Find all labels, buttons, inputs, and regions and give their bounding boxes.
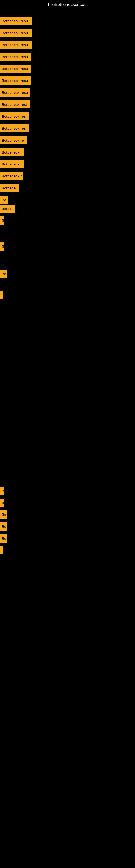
site-title: TheBottlenecker.com — [0, 0, 135, 9]
bottleneck-item-20[interactable]: Bo — [0, 270, 7, 278]
bottleneck-item-15[interactable]: Bottlene — [0, 184, 19, 192]
bottleneck-item-7[interactable]: Bottleneck resu — [0, 88, 30, 97]
bottleneck-item-19[interactable]: B — [0, 243, 4, 251]
bottleneck-item-21[interactable]: I — [0, 291, 3, 300]
bottleneck-item-8[interactable]: Bottleneck rest — [0, 100, 30, 108]
bottleneck-item-26[interactable]: Bo — [0, 534, 7, 542]
bottleneck-item-17[interactable]: Bottle — [0, 205, 15, 213]
bottleneck-item-13[interactable]: Bottleneck r — [0, 160, 24, 168]
bottleneck-item-5[interactable]: Bottleneck resu — [0, 65, 31, 73]
bottleneck-item-12[interactable]: Bottleneck r — [0, 148, 24, 156]
bottleneck-item-3[interactable]: Bottleneck resu — [0, 41, 32, 49]
bottleneck-item-2[interactable]: Bottleneck resu — [0, 29, 32, 37]
bottleneck-item-24[interactable]: Bo — [0, 510, 7, 519]
bottleneck-item-27[interactable]: I — [0, 546, 3, 554]
bottleneck-item-14[interactable]: Bottleneck r — [0, 172, 23, 180]
bottleneck-item-23[interactable]: B — [0, 499, 4, 507]
bottleneck-item-6[interactable]: Bottleneck resu — [0, 76, 31, 85]
bottleneck-item-22[interactable]: B — [0, 487, 4, 495]
bottleneck-item-11[interactable]: Bottleneck re — [0, 136, 27, 144]
bottleneck-item-10[interactable]: Bottleneck res — [0, 124, 29, 132]
bottleneck-item-9[interactable]: Bottleneck res — [0, 112, 29, 120]
bottleneck-item-25[interactable]: Bo — [0, 522, 7, 531]
bottleneck-item-1[interactable]: Bottleneck resu — [0, 17, 32, 25]
bottleneck-item-4[interactable]: Bottleneck resu — [0, 53, 31, 61]
bottleneck-item-16[interactable]: Bo — [0, 196, 8, 204]
bottleneck-item-18[interactable]: B — [0, 216, 4, 225]
